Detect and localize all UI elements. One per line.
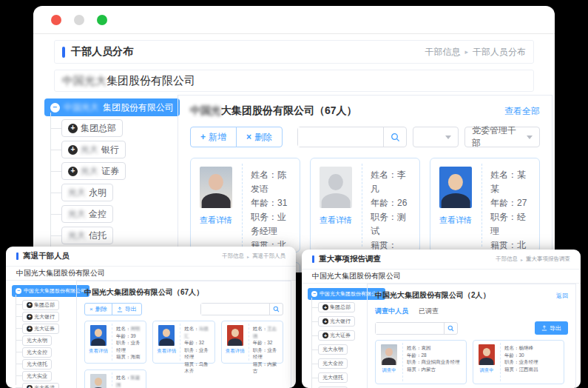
collapse-icon[interactable]: −	[311, 291, 317, 297]
tree-item: 光大 信托	[50, 227, 176, 244]
investigating-link[interactable]: 调查中	[382, 367, 396, 374]
tree-node-shiye[interactable]: 光大实业	[22, 371, 52, 381]
expand-icon[interactable]: +	[322, 304, 328, 310]
field-position: 职务：经理	[490, 210, 532, 238]
breadcrumb-section[interactable]: 干部信息	[425, 46, 460, 58]
back-link[interactable]: 返回	[556, 292, 568, 300]
field-age: 年龄：28	[407, 352, 460, 359]
tree-connector	[50, 128, 61, 129]
tree-node-bank[interactable]: +光大银行	[318, 316, 355, 327]
expand-icon[interactable]: +	[322, 318, 328, 324]
minimize-window-button[interactable]	[74, 15, 84, 25]
tree-node-jinkong[interactable]: 光大金控	[22, 347, 52, 358]
tab-bar: 调查中人员 已调查	[375, 307, 568, 316]
delete-button[interactable]: × 删除	[236, 127, 283, 147]
tree-node-hq[interactable]: +集团总部	[22, 300, 59, 310]
tree-node-yongming[interactable]: 光大永明	[22, 335, 52, 346]
view-all-link[interactable]: 查看全部	[504, 105, 540, 118]
expand-icon[interactable]: +	[27, 326, 33, 332]
collapse-icon[interactable]: −	[16, 288, 21, 294]
person-card: 调查中 姓名：杨继峰 年龄：30 职务：业务经理 籍贯：江西南昌	[473, 340, 564, 384]
tree-node-hq[interactable]: + 集团总部	[61, 119, 123, 137]
card-divider	[112, 324, 112, 361]
tree-node-yongming[interactable]: 光大 永明	[61, 184, 113, 201]
filter-select[interactable]	[413, 127, 459, 147]
tree-node-trust[interactable]: 光大信托	[318, 372, 348, 383]
company-bar: 中国光大集团股份有限公司	[6, 267, 296, 281]
toolbar: × 删除 导出	[84, 303, 283, 315]
tree-connector	[50, 235, 61, 236]
card-divider	[242, 164, 243, 247]
field-name: 姓名：周明	[116, 325, 142, 332]
expand-icon[interactable]: +	[322, 332, 328, 338]
tree-node-trust[interactable]: 光大信托	[22, 359, 52, 369]
tree-node-bank[interactable]: + 光大 银行	[61, 141, 126, 158]
tree-node-jinkong[interactable]: 光大 金控	[61, 205, 113, 223]
field-origin: 籍贯：江西南昌	[504, 366, 538, 373]
desktop-background: 干部人员分布 干部信息 ▸ 干部人员分布 中国光大 集团股份有限公司 − 中国光…	[0, 0, 588, 388]
tab-under-investigation[interactable]: 调查中人员	[375, 307, 408, 316]
person-photo	[200, 167, 232, 208]
field-name: 姓名：陈建国	[116, 374, 142, 388]
tree-connector	[311, 378, 318, 378]
collapse-icon[interactable]: −	[50, 103, 60, 113]
view-detail-link[interactable]: 查看详情	[200, 215, 232, 226]
breadcrumb: 干部信息 ▸ 干部人员分布	[425, 46, 526, 58]
person-card: 查看详情 姓名：某某 年龄：27 职务：经理 籍贯：北京市	[430, 158, 540, 252]
expand-icon[interactable]: +	[27, 385, 33, 388]
tree-root-node[interactable]: − 中国光大 集团股份有限公司	[44, 98, 180, 116]
tree-connector	[311, 364, 318, 364]
view-detail-link[interactable]: 查看详情	[157, 348, 176, 355]
expand-icon[interactable]: +	[68, 167, 78, 176]
breadcrumb-section[interactable]: 干部信息	[496, 255, 518, 263]
tree-node-securities[interactable]: +光大证券	[22, 324, 59, 334]
search-input[interactable]	[376, 323, 444, 334]
breadcrumb-section[interactable]: 干部信息	[222, 252, 244, 260]
search-icon[interactable]	[269, 304, 283, 315]
tree-node-bank[interactable]: +光大银行	[22, 312, 59, 322]
category-select[interactable]: 党委管理干部	[464, 127, 540, 147]
tree-node-securities[interactable]: + 光大 证券	[61, 162, 126, 180]
chevron-down-icon	[527, 136, 533, 139]
expand-icon[interactable]: +	[68, 124, 78, 133]
breadcrumb-arrow-icon: ▸	[247, 254, 249, 259]
view-detail-link[interactable]: 查看详情	[89, 348, 108, 355]
page-title: 重大事项报告调查	[319, 254, 381, 264]
tree-node-hq[interactable]: +集团总部	[318, 302, 355, 312]
card-divider	[362, 164, 362, 247]
person-photo	[439, 167, 472, 208]
view-detail-link[interactable]: 查看详情	[320, 215, 352, 226]
search-icon[interactable]	[444, 323, 457, 334]
field-position: 职务：测试	[371, 210, 412, 238]
export-button[interactable]: 导出	[535, 321, 568, 335]
expand-icon[interactable]: +	[27, 302, 33, 308]
view-detail-link[interactable]: 查看详情	[226, 348, 245, 355]
tree-connector	[16, 304, 22, 305]
tree-node-jinkong[interactable]: 光大金控	[318, 358, 348, 369]
maximize-window-button[interactable]	[97, 15, 107, 25]
person-list-panel: 中国光大集团股份有限公司（67人） 查看全部 + 新增 × 删除	[178, 95, 552, 272]
expand-icon[interactable]: +	[68, 145, 78, 155]
search-icon[interactable]	[383, 127, 406, 147]
export-button[interactable]: 导出	[112, 303, 142, 315]
tree-node-hongkong[interactable]: +光大香港	[22, 383, 59, 388]
delete-button[interactable]: × 删除	[84, 303, 112, 315]
company-name: 集团股份有限公司	[107, 74, 195, 88]
view-detail-link[interactable]: 查看详情	[439, 215, 472, 226]
investigating-link[interactable]: 调查中	[479, 367, 494, 374]
page-header: 离退干部人员 干部信息 ▸ 离退干部人员	[6, 247, 296, 267]
tab-investigated[interactable]: 已调查	[419, 307, 439, 316]
close-icon: ×	[89, 306, 93, 312]
add-button[interactable]: + 新增	[190, 127, 237, 147]
tree-node-yongming[interactable]: 光大永明	[318, 344, 348, 355]
tree-node-trust[interactable]: 光大 信托	[61, 227, 113, 244]
close-window-button[interactable]	[51, 15, 61, 25]
person-list-panel: 中国光大集团股份有限公司（67人） × 删除 导出	[76, 281, 291, 388]
field-age: 年龄：27	[490, 196, 532, 210]
search-input[interactable]	[298, 127, 383, 147]
search-input[interactable]	[201, 304, 269, 315]
tree-node-securities[interactable]: +光大证券	[318, 330, 355, 341]
expand-icon[interactable]: +	[27, 314, 33, 320]
person-photo	[158, 325, 175, 346]
close-icon: ×	[246, 132, 251, 142]
